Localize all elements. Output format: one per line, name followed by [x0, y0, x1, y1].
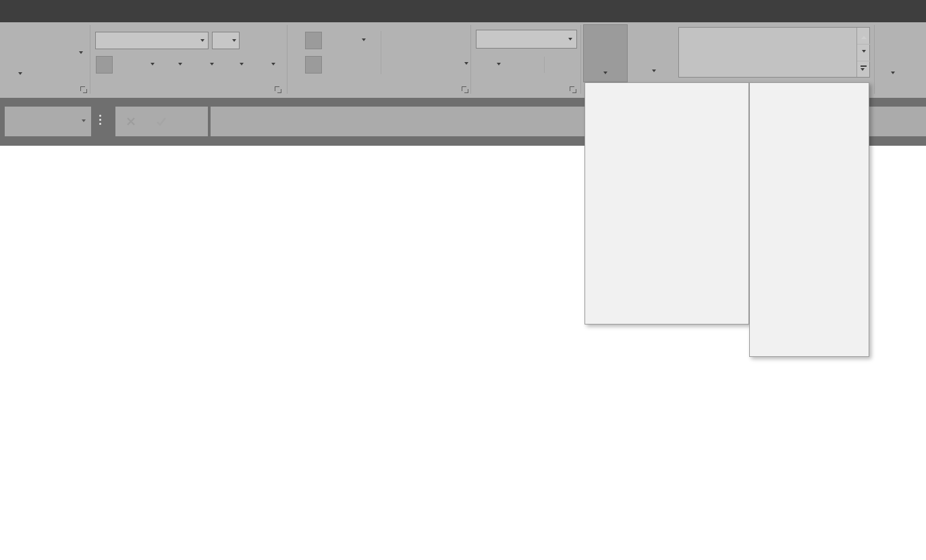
group-separator: [90, 25, 90, 94]
number-separator: [544, 57, 545, 73]
underline-dropdown-arrow[interactable]: [151, 63, 155, 67]
gallery-scroll-up[interactable]: [857, 28, 870, 44]
format-as-table-button[interactable]: [629, 24, 676, 82]
group-separator: [580, 25, 581, 94]
clipboard-dialog-launcher[interactable]: [80, 86, 87, 93]
font-name-dropdown-arrow[interactable]: [200, 39, 205, 44]
excel-window: [0, 0, 926, 560]
name-box[interactable]: [5, 107, 91, 136]
ribbon-tab-bar: [0, 0, 926, 22]
formula-bar-splitter[interactable]: [99, 113, 102, 130]
conditional-formatting-menu: [584, 82, 749, 325]
number-group-label: [493, 84, 533, 95]
bold-button[interactable]: [96, 56, 113, 74]
insert-cells-label: [877, 57, 908, 68]
format-as-table-label-1: [629, 55, 676, 66]
phonetic-button[interactable]: [254, 55, 269, 74]
cell-style-neutral[interactable]: [767, 54, 854, 75]
accounting-dropdown-arrow[interactable]: [497, 63, 501, 67]
borders-dropdown-arrow[interactable]: [178, 63, 182, 67]
gallery-scrollbar: [856, 28, 869, 77]
copy-dropdown-arrow[interactable]: [79, 51, 83, 56]
insert-cells-button[interactable]: [877, 24, 908, 82]
font-dialog-launcher[interactable]: [275, 86, 281, 93]
alignment-dialog-launcher[interactable]: [462, 86, 468, 93]
paste-label: [4, 56, 38, 68]
copy-button[interactable]: [40, 47, 88, 59]
conditional-formatting-dropdown-arrow: [603, 72, 607, 76]
phonetic-dropdown-arrow[interactable]: [271, 63, 275, 67]
number-format-dropdown-arrow[interactable]: [568, 38, 572, 43]
alignment-group-label: [351, 84, 405, 95]
conditional-formatting-label: [583, 57, 628, 68]
insert-dropdown-arrow[interactable]: [891, 72, 895, 76]
format-as-table-label-2: [629, 66, 676, 77]
alignment-separator: [381, 31, 381, 74]
cell-style-good[interactable]: [680, 54, 765, 75]
formula-buttons: [115, 107, 208, 136]
align-center-button[interactable]: [305, 56, 322, 74]
merge-center-dropdown-arrow[interactable]: [464, 62, 468, 67]
group-separator: [287, 25, 288, 94]
cell-style-bad[interactable]: [767, 29, 854, 50]
align-middle-button[interactable]: [305, 32, 322, 49]
font-group-label: [157, 84, 198, 95]
merge-center-button[interactable]: [385, 57, 473, 71]
gallery-more-button[interactable]: [857, 61, 870, 77]
italic-button[interactable]: [117, 56, 134, 74]
font-size-combo[interactable]: [212, 32, 240, 49]
fill-color-dropdown-arrow[interactable]: [210, 63, 214, 67]
underline-button[interactable]: [134, 56, 151, 74]
font-size-dropdown-arrow[interactable]: [232, 39, 236, 44]
gallery-scroll-down[interactable]: [857, 44, 870, 60]
number-format-combo[interactable]: [476, 30, 577, 49]
name-box-dropdown-arrow[interactable]: [82, 119, 86, 124]
cancel-icon[interactable]: [126, 117, 136, 126]
paste-dropdown-arrow[interactable]: [18, 72, 22, 77]
group-separator: [874, 25, 875, 94]
format-painter-button[interactable]: [40, 65, 88, 77]
cell-style-normal[interactable]: [680, 29, 765, 50]
orientation-dropdown-arrow[interactable]: [362, 38, 366, 43]
wrap-text-button[interactable]: [385, 33, 460, 47]
font-name-combo[interactable]: [95, 32, 209, 49]
enter-icon[interactable]: [156, 117, 167, 126]
conditional-formatting-button[interactable]: [583, 24, 628, 82]
font-color-dropdown-arrow[interactable]: [240, 63, 244, 67]
delete-cells-button[interactable]: [910, 24, 926, 82]
number-dialog-launcher[interactable]: [570, 86, 576, 93]
highlight-cells-rules-submenu: [749, 82, 869, 357]
clipboard-group-label: [11, 84, 65, 95]
cells-group-label: [904, 84, 926, 95]
cut-button[interactable]: [40, 28, 80, 40]
